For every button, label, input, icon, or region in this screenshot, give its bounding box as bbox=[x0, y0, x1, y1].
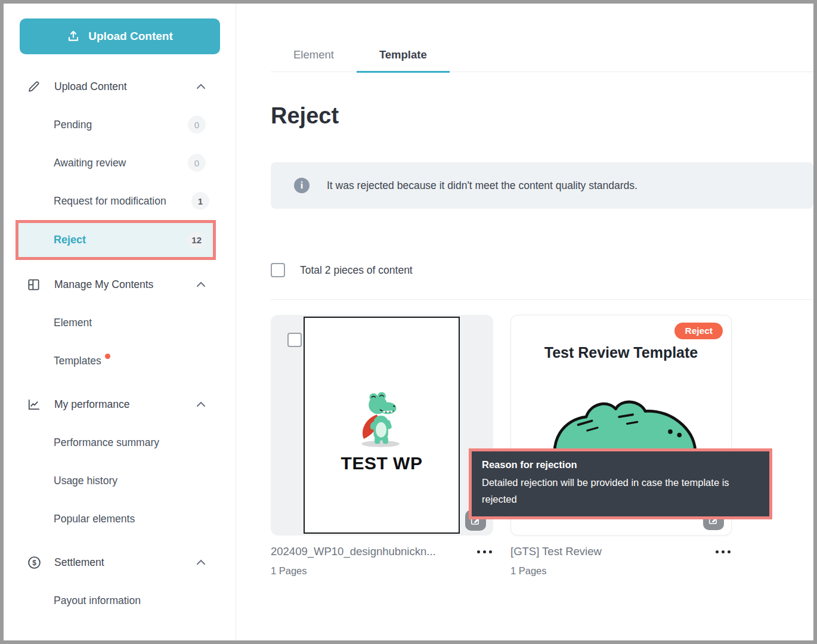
chevron-up-icon bbox=[196, 281, 206, 287]
sidebar-item-pending[interactable]: Pending 0 bbox=[4, 106, 236, 144]
info-icon: i bbox=[294, 178, 310, 193]
sidebar-item-reject[interactable]: Reject 12 bbox=[16, 220, 216, 260]
info-banner: i It was rejected because it didn't meet… bbox=[271, 162, 813, 209]
app-window: Upload Content Upload Content Pending 0 bbox=[0, 0, 817, 644]
reject-status-badge: Reject bbox=[674, 323, 723, 339]
sidebar: Upload Content Upload Content Pending 0 bbox=[4, 4, 236, 640]
sidebar-item-manage-my-contents[interactable]: Manage My Contents bbox=[4, 265, 236, 304]
more-menu-button[interactable] bbox=[476, 547, 493, 557]
card-meta: 202409_WP10_designhubnickn... 1 Pages bbox=[271, 545, 493, 577]
content-card: TEST WP 202409_WP10_desig bbox=[271, 315, 493, 577]
tooltip-body: Detailed rejection will be provided in c… bbox=[482, 475, 759, 507]
sidebar-item-upload-content[interactable]: Upload Content bbox=[4, 67, 236, 106]
sidebar-item-performance-summary[interactable]: Performance summary bbox=[4, 423, 236, 462]
card-meta: [GTS] Test Review 1 Pages bbox=[510, 545, 732, 577]
count-badge: 0 bbox=[188, 154, 206, 172]
tab-element[interactable]: Element bbox=[271, 41, 357, 73]
sidebar-nav: Upload Content Pending 0 Awaiting review… bbox=[4, 67, 236, 620]
new-indicator-dot bbox=[105, 354, 110, 359]
select-all-checkbox[interactable] bbox=[271, 263, 285, 277]
card-pages: 1 Pages bbox=[510, 565, 732, 577]
crocodile-mascot-illustration bbox=[346, 380, 417, 452]
card-checkbox[interactable] bbox=[287, 333, 302, 347]
sidebar-item-element[interactable]: Element bbox=[4, 304, 236, 342]
sidebar-item-my-performance[interactable]: My performance bbox=[4, 385, 236, 423]
dollar-circle-icon: $ bbox=[27, 555, 42, 570]
upload-icon bbox=[66, 29, 81, 44]
sidebar-item-popular-elements[interactable]: Popular elements bbox=[4, 500, 236, 538]
card-pages: 1 Pages bbox=[271, 565, 493, 577]
count-badge: 0 bbox=[188, 116, 206, 134]
preview-title: Test Review Template bbox=[511, 344, 731, 361]
template-thumbnail[interactable]: TEST WP bbox=[271, 315, 493, 535]
info-banner-text: It was rejected because it didn't meet t… bbox=[327, 179, 637, 192]
tooltip-title: Reason for rejection bbox=[482, 459, 759, 470]
document-page-preview: TEST WP bbox=[304, 317, 460, 534]
line-chart-icon bbox=[27, 398, 42, 411]
total-count-label: Total 2 pieces of content bbox=[300, 264, 413, 277]
sidebar-item-settlement[interactable]: $ Settlement bbox=[4, 543, 236, 581]
content-card-list: TEST WP 202409_WP10_desig bbox=[271, 315, 813, 577]
count-badge: 1 bbox=[191, 192, 209, 210]
page-title: Reject bbox=[271, 103, 813, 129]
chevron-up-icon bbox=[196, 401, 206, 407]
layout-grid-icon bbox=[27, 278, 42, 292]
tab-bar: Element Template bbox=[271, 41, 813, 72]
more-menu-button[interactable] bbox=[714, 547, 732, 557]
pencil-icon bbox=[27, 80, 42, 94]
preview-text: TEST WP bbox=[341, 453, 423, 473]
count-badge: 12 bbox=[187, 231, 206, 249]
chevron-up-icon bbox=[196, 83, 206, 89]
sidebar-item-request-for-modification[interactable]: Request for modification 1 bbox=[4, 182, 236, 220]
main-content: Element Template Reject i It was rejecte… bbox=[236, 4, 813, 640]
sidebar-item-templates[interactable]: Templates bbox=[4, 342, 236, 380]
sidebar-item-awaiting-review[interactable]: Awaiting review 0 bbox=[4, 144, 236, 182]
rejection-reason-tooltip: Reason for rejection Detailed rejection … bbox=[469, 448, 772, 519]
sidebar-item-usage-history[interactable]: Usage history bbox=[4, 462, 236, 500]
card-title: 202409_WP10_designhubnickn... bbox=[271, 545, 436, 558]
select-all-row: Total 2 pieces of content bbox=[271, 263, 813, 277]
tab-template[interactable]: Template bbox=[357, 41, 450, 73]
list-divider bbox=[271, 299, 813, 300]
chevron-up-icon bbox=[196, 559, 206, 565]
svg-text:$: $ bbox=[32, 558, 36, 566]
card-title: [GTS] Test Review bbox=[510, 545, 602, 558]
sidebar-item-payout-information[interactable]: Payout information bbox=[4, 581, 236, 620]
upload-button-label: Upload Content bbox=[88, 30, 172, 43]
sidebar-item-label: Upload Content bbox=[54, 80, 127, 93]
upload-content-button[interactable]: Upload Content bbox=[20, 18, 220, 54]
content-card: Reject Test Review Template bbox=[510, 315, 732, 577]
